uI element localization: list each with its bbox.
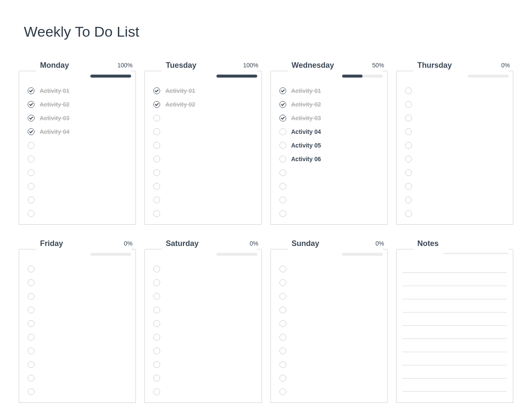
task-checkbox[interactable]: [28, 169, 35, 176]
progress-bar: [468, 75, 509, 78]
task-row: [405, 193, 507, 207]
task-checkbox[interactable]: [153, 375, 160, 382]
task-checkbox[interactable]: [28, 320, 35, 327]
task-checkbox[interactable]: [28, 156, 35, 162]
task-label[interactable]: Activity 04: [291, 128, 321, 135]
note-line[interactable]: [403, 352, 507, 365]
task-checkbox[interactable]: [405, 128, 412, 135]
task-checkbox[interactable]: [28, 293, 35, 300]
notes-body[interactable]: [396, 249, 513, 403]
note-line[interactable]: [403, 260, 507, 273]
task-row: [153, 262, 255, 276]
task-checkbox[interactable]: [279, 115, 286, 122]
task-checkbox[interactable]: [153, 87, 160, 94]
task-checkbox[interactable]: [153, 197, 160, 203]
task-checkbox[interactable]: [405, 87, 412, 94]
task-checkbox[interactable]: [28, 128, 35, 135]
note-line[interactable]: [403, 299, 507, 313]
task-checkbox[interactable]: [153, 293, 160, 300]
task-checkbox[interactable]: [405, 101, 412, 108]
task-checkbox[interactable]: [28, 101, 35, 108]
task-checkbox[interactable]: [279, 156, 286, 162]
task-checkbox[interactable]: [153, 347, 160, 354]
task-checkbox[interactable]: [28, 210, 35, 217]
task-checkbox[interactable]: [153, 183, 160, 190]
day-body: [396, 71, 513, 225]
task-checkbox[interactable]: [28, 388, 35, 395]
task-checkbox[interactable]: [279, 307, 286, 313]
note-line[interactable]: [403, 365, 507, 379]
note-line[interactable]: [403, 286, 507, 299]
task-label[interactable]: Activity 05: [291, 142, 321, 149]
note-line[interactable]: [403, 273, 507, 286]
note-line[interactable]: [403, 339, 507, 352]
task-checkbox[interactable]: [279, 375, 286, 382]
task-checkbox[interactable]: [28, 115, 35, 122]
task-checkbox[interactable]: [405, 142, 412, 149]
day-header: Saturday0%: [144, 237, 262, 249]
task-checkbox[interactable]: [28, 307, 35, 313]
task-checkbox[interactable]: [28, 87, 35, 94]
task-checkbox[interactable]: [153, 115, 160, 122]
task-label[interactable]: Activity 04: [40, 128, 69, 135]
task-checkbox[interactable]: [153, 388, 160, 395]
task-label[interactable]: Activity 01: [165, 87, 195, 94]
task-checkbox[interactable]: [153, 210, 160, 217]
task-label[interactable]: Activity 02: [165, 101, 195, 108]
task-checkbox[interactable]: [279, 334, 286, 341]
task-checkbox[interactable]: [28, 266, 35, 272]
note-line[interactable]: [403, 379, 507, 392]
task-checkbox[interactable]: [279, 87, 286, 94]
task-checkbox[interactable]: [153, 266, 160, 272]
task-checkbox[interactable]: [28, 361, 35, 368]
task-row: [28, 344, 129, 358]
task-checkbox[interactable]: [279, 293, 286, 300]
task-checkbox[interactable]: [279, 210, 286, 217]
task-checkbox[interactable]: [153, 156, 160, 162]
task-checkbox[interactable]: [279, 142, 286, 149]
task-checkbox[interactable]: [28, 334, 35, 341]
task-label[interactable]: Activity 03: [291, 115, 321, 122]
task-checkbox[interactable]: [28, 142, 35, 149]
task-label[interactable]: Activity 01: [291, 87, 321, 94]
task-checkbox[interactable]: [279, 183, 286, 190]
task-checkbox[interactable]: [153, 307, 160, 313]
task-checkbox[interactable]: [279, 279, 286, 286]
task-checkbox[interactable]: [405, 115, 412, 122]
task-checkbox[interactable]: [153, 169, 160, 176]
task-checkbox[interactable]: [279, 266, 286, 272]
note-line[interactable]: [403, 313, 507, 326]
task-checkbox[interactable]: [153, 142, 160, 149]
task-checkbox[interactable]: [279, 388, 286, 395]
task-checkbox[interactable]: [279, 169, 286, 176]
task-checkbox[interactable]: [28, 183, 35, 190]
task-checkbox[interactable]: [28, 375, 35, 382]
task-checkbox[interactable]: [28, 197, 35, 203]
task-label[interactable]: Activity 06: [291, 156, 321, 162]
task-checkbox[interactable]: [153, 279, 160, 286]
task-checkbox[interactable]: [279, 101, 286, 108]
task-checkbox[interactable]: [153, 320, 160, 327]
task-checkbox[interactable]: [279, 361, 286, 368]
note-line[interactable]: [403, 326, 507, 339]
task-label[interactable]: Activity 02: [40, 101, 69, 108]
task-label[interactable]: Activity 01: [40, 87, 69, 94]
task-checkbox[interactable]: [279, 128, 286, 135]
task-checkbox[interactable]: [405, 197, 412, 203]
task-label[interactable]: Activity 03: [40, 115, 69, 122]
task-checkbox[interactable]: [405, 156, 412, 162]
task-checkbox[interactable]: [279, 197, 286, 203]
task-checkbox[interactable]: [405, 210, 412, 217]
task-label[interactable]: Activity 02: [291, 101, 321, 108]
task-checkbox[interactable]: [153, 361, 160, 368]
task-checkbox[interactable]: [279, 347, 286, 354]
task-checkbox[interactable]: [28, 347, 35, 354]
task-checkbox[interactable]: [153, 334, 160, 341]
task-checkbox[interactable]: [153, 128, 160, 135]
task-checkbox[interactable]: [279, 320, 286, 327]
task-checkbox[interactable]: [405, 183, 412, 190]
task-checkbox[interactable]: [405, 169, 412, 176]
task-checkbox[interactable]: [153, 101, 160, 108]
task-checkbox[interactable]: [28, 279, 35, 286]
task-row: [28, 139, 129, 152]
